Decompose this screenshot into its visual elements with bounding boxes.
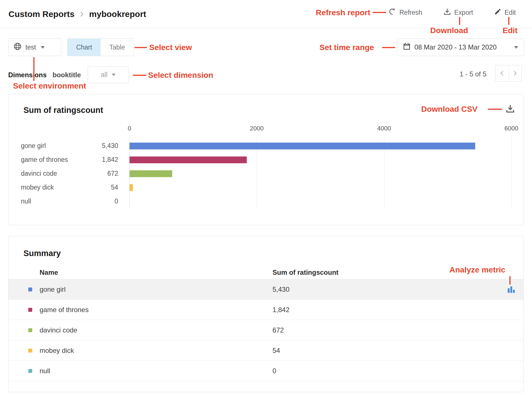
analyze-metric-button[interactable] xyxy=(506,284,516,295)
chart-card: Sum of ratingscount 0 2000 4000 6000 gon… xyxy=(8,94,524,225)
table-row[interactable]: davinci code 672 xyxy=(8,320,524,340)
bar-chart-icon xyxy=(507,285,516,294)
bar[interactable] xyxy=(129,156,247,163)
page-next-button[interactable] xyxy=(509,65,522,81)
series-swatch xyxy=(28,369,32,373)
column-header-value: Sum of ratingscount xyxy=(273,269,338,276)
annotation-set-time-range: Set time range xyxy=(319,43,374,52)
axis-tick: 2000 xyxy=(250,125,264,132)
annotation-line xyxy=(382,47,395,48)
row-value: 5,430 xyxy=(273,285,289,293)
pencil-icon xyxy=(494,8,501,17)
category-label: gone girl xyxy=(8,142,77,150)
dimensions-label: Dimensions xyxy=(8,71,47,79)
summary-table-header: Name Sum of ratingscount xyxy=(8,266,524,279)
breadcrumb-current: mybookreport xyxy=(89,9,146,19)
annotation-line xyxy=(133,75,146,76)
chart-row: davinci code 672 xyxy=(8,167,524,181)
category-value: 1,842 xyxy=(77,156,129,164)
series-swatch xyxy=(28,328,32,332)
chart-rows: gone girl 5,430 game of thrones 1,842 da… xyxy=(8,139,524,208)
bar-track xyxy=(129,184,511,191)
table-row[interactable]: gone girl 5,430 xyxy=(8,279,524,300)
chevron-right-icon xyxy=(78,11,85,18)
row-value: 1,842 xyxy=(273,306,289,314)
chevron-down-icon xyxy=(514,46,518,49)
tab-table[interactable]: Table xyxy=(101,39,134,56)
axis-tick: 0 xyxy=(128,125,131,132)
edit-button[interactable]: Edit xyxy=(494,8,516,17)
chart-title: Sum of ratingscount xyxy=(23,106,103,115)
category-label: game of thrones xyxy=(8,156,77,164)
bar[interactable] xyxy=(129,143,475,149)
breadcrumb: Custom Reports mybookreport xyxy=(8,9,146,19)
table-row[interactable]: null 0 xyxy=(8,361,524,381)
date-range-picker[interactable]: 08 Mar 2020 - 13 Mar 2020 xyxy=(397,38,524,56)
series-swatch xyxy=(28,349,32,353)
chevron-down-icon xyxy=(41,46,45,49)
export-label: Export xyxy=(454,9,473,16)
page-prev-button[interactable] xyxy=(496,65,509,81)
chevron-down-icon xyxy=(112,74,116,76)
refresh-label: Refresh xyxy=(399,9,422,16)
row-name: null xyxy=(40,367,50,375)
category-label: mobey dick xyxy=(8,184,77,191)
dimension-value-dropdown[interactable]: all xyxy=(88,66,129,83)
summary-card: Summary Name Sum of ratingscount gone gi… xyxy=(8,236,524,392)
axis-tick: 6000 xyxy=(505,125,518,132)
date-range-value: 08 Mar 2020 - 13 Mar 2020 xyxy=(414,43,511,51)
category-label: davinci code xyxy=(8,170,77,177)
tab-chart[interactable]: Chart xyxy=(68,39,101,56)
category-label: null xyxy=(8,198,77,205)
table-row[interactable]: game of thrones 1,842 xyxy=(8,300,524,320)
summary-title: Summary xyxy=(23,249,61,258)
download-icon xyxy=(443,8,451,17)
row-value: 672 xyxy=(273,326,284,334)
refresh-button[interactable]: Refresh xyxy=(388,8,422,17)
chart-x-axis: 0 2000 4000 6000 xyxy=(129,125,511,133)
column-header-name: Name xyxy=(40,269,58,276)
dimension-value: all xyxy=(101,71,107,79)
annotation-line xyxy=(135,47,147,48)
calendar-icon xyxy=(403,42,411,52)
category-value: 0 xyxy=(77,198,129,205)
environment-selector[interactable]: test xyxy=(8,38,61,56)
download-csv-button[interactable] xyxy=(505,103,516,114)
bar[interactable] xyxy=(129,170,172,177)
chart-row: gone girl 5,430 xyxy=(8,139,524,153)
bar-track xyxy=(129,198,511,205)
bar-track xyxy=(129,170,511,177)
bar-track xyxy=(129,156,511,163)
row-name: davinci code xyxy=(40,326,77,334)
annotation-select-environment: Select environment xyxy=(13,81,86,91)
category-value: 54 xyxy=(77,184,129,191)
environment-label: test xyxy=(25,44,36,51)
dimension-name: booktitle xyxy=(53,71,81,79)
bar-track xyxy=(129,143,511,149)
refresh-icon xyxy=(388,8,396,17)
table-row[interactable]: mobey dick 54 xyxy=(8,340,524,361)
chevron-right-icon xyxy=(512,70,518,77)
export-button[interactable]: Export xyxy=(443,8,473,17)
chevron-left-icon xyxy=(499,70,505,77)
chart-row: mobey dick 54 xyxy=(8,181,524,194)
series-swatch xyxy=(28,287,32,291)
summary-table-body: gone girl 5,430 game of thrones 1,842 da… xyxy=(8,279,524,381)
chart-row: game of thrones 1,842 xyxy=(8,153,524,167)
row-name: gone girl xyxy=(40,285,66,293)
row-value: 0 xyxy=(273,367,276,375)
category-value: 5,430 xyxy=(77,142,129,150)
row-value: 54 xyxy=(273,347,280,355)
breadcrumb-root[interactable]: Custom Reports xyxy=(8,9,74,19)
row-name: game of thrones xyxy=(40,306,88,314)
globe-icon xyxy=(13,42,22,52)
axis-tick: 4000 xyxy=(377,125,391,132)
pagination-label: 1 - 5 of 5 xyxy=(460,70,486,78)
view-toggle: Chart Table xyxy=(67,38,134,56)
chart-row: null 0 xyxy=(8,194,524,208)
bar[interactable] xyxy=(129,184,133,191)
series-swatch xyxy=(28,308,32,312)
annotation-select-dimension: Select dimension xyxy=(148,71,213,80)
download-icon xyxy=(505,104,515,113)
pagination-controls xyxy=(495,65,522,81)
